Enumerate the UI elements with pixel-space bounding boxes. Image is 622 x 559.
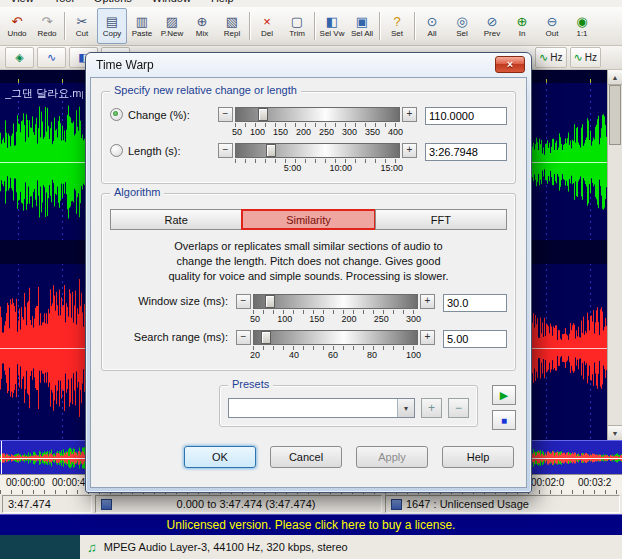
preview-stop-button[interactable]: ■ (492, 410, 516, 430)
license-banner[interactable]: Unlicensed version. Please click here to… (0, 514, 622, 535)
algorithm-tab-fft[interactable]: FFT (375, 209, 507, 230)
scale-tick-label: 150 (309, 314, 324, 325)
toolbar-button-mix[interactable]: ⊕Mix (187, 8, 217, 44)
scale-tick-label: 150 (273, 127, 288, 138)
ok-button[interactable]: OK (184, 446, 256, 468)
search-range-slider-track[interactable] (253, 330, 418, 345)
length-slider-group: − + 5:0010:0015:00 (218, 143, 417, 174)
algorithm-tab-similarity[interactable]: Similarity (241, 209, 375, 230)
scrollbar-thumb[interactable] (609, 85, 621, 145)
length-slider-track[interactable] (235, 143, 400, 158)
toolbar2-button-effects-tool[interactable]: ◈ (5, 47, 34, 68)
search-range-slider-thumb[interactable] (261, 331, 271, 344)
status-position-cell: 3:47.474 (2, 495, 92, 513)
algorithm-tab-rate[interactable]: Rate (110, 209, 242, 230)
length-slider-plus-button[interactable]: + (402, 143, 417, 158)
preset-remove-button[interactable]: − (448, 398, 469, 418)
length-value-input[interactable] (425, 143, 507, 161)
zoom-selection-icon: ◎ (456, 14, 467, 29)
search-range-slider[interactable]: − + (236, 330, 435, 345)
length-slider-thumb[interactable] (266, 144, 276, 157)
search-range-plus-button[interactable]: + (420, 330, 435, 345)
menu-items: ViewToolOptionsWindowHelp (0, 0, 622, 5)
change-radio-option[interactable]: Change (%): (110, 107, 210, 121)
toolbar-button-prev[interactable]: ⊘Prev (477, 8, 507, 44)
toolbar-button-trim[interactable]: ▢Trim (282, 8, 312, 44)
ruler-time-label: 00:00:00 (6, 477, 45, 488)
toolbar-button-1-1[interactable]: ◉1:1 (567, 8, 597, 44)
search-range-minus-button[interactable]: − (236, 330, 251, 345)
change-slider-track[interactable] (235, 107, 400, 122)
license-banner-text[interactable]: Unlicensed version. Please click here to… (167, 518, 456, 532)
apply-button[interactable]: Apply (356, 446, 428, 468)
zoom-1-1-icon: ◉ (576, 14, 587, 29)
toolbar2-button-label: Hz (550, 52, 562, 63)
menu-item-tool[interactable]: Tool (54, 0, 74, 5)
toolbar-button-set[interactable]: ?Set (382, 8, 412, 44)
vertical-scrollbar[interactable]: ▲ ▼ (607, 70, 622, 440)
search-range-row: Search range (ms): − + 20406080100 (110, 330, 507, 361)
scale-tick-label: 40 (289, 350, 299, 361)
cut-icon: ✂ (77, 14, 88, 29)
description-line: Overlaps or replicates small similar sec… (116, 239, 501, 254)
preview-play-button[interactable]: ▶ (492, 385, 516, 405)
search-range-scale: 20406080100 (236, 350, 435, 361)
length-radio[interactable] (110, 144, 123, 157)
window-size-slider-thumb[interactable] (265, 295, 275, 308)
toolbar-button-all[interactable]: ⊙All (417, 8, 447, 44)
menu-item-window[interactable]: Window (152, 0, 191, 5)
window-size-slider[interactable]: − + (236, 294, 435, 309)
zoom-previous-icon: ⊘ (487, 14, 498, 29)
length-slider-minus-button[interactable]: − (218, 143, 233, 158)
change-slider-plus-button[interactable]: + (402, 107, 417, 122)
toolbar-button-repl[interactable]: ▧Repl (217, 8, 247, 44)
search-range-value-input[interactable] (443, 330, 507, 348)
scroll-up-arrow-icon[interactable]: ▲ (608, 70, 622, 85)
toolbar-button-undo[interactable]: ↶Undo (2, 8, 32, 44)
toolbar-button-out[interactable]: ⊖Out (537, 8, 567, 44)
change-radio[interactable] (110, 108, 123, 121)
change-slider-thumb[interactable] (258, 108, 268, 121)
toolbar-button-p-new[interactable]: ▨P.New (157, 8, 187, 44)
toolbar2-button-spectrum-left[interactable]: ∿Hz (535, 47, 566, 68)
window-size-slider-track[interactable] (253, 294, 418, 309)
close-icon[interactable]: × (495, 56, 525, 73)
toolbar-button-label: Copy (103, 29, 122, 38)
menu-item-options[interactable]: Options (94, 0, 132, 5)
cancel-button[interactable]: Cancel (270, 446, 342, 468)
delete-icon: × (263, 14, 271, 29)
toolbar2-button-spectrum-right[interactable]: ∿Hz (570, 47, 601, 68)
toolbar-button-sel-all[interactable]: ▣Sel All (347, 8, 377, 44)
window-size-minus-button[interactable]: − (236, 294, 251, 309)
toolbar-button-copy[interactable]: ▤Copy (97, 8, 127, 44)
change-slider-group: − + 50100150200250300350400 (218, 107, 417, 138)
wave-tool-icon: ∿ (47, 51, 56, 64)
menu-item-view[interactable]: View (10, 0, 34, 5)
toolbar2-button-wave-tool[interactable]: ∿ (37, 47, 66, 68)
toolbar-button-sel[interactable]: ◎Sel (447, 8, 477, 44)
presets-dropdown[interactable]: ▾ (228, 398, 415, 418)
change-slider[interactable]: − + (218, 107, 417, 122)
preset-add-button[interactable]: + (421, 398, 442, 418)
scroll-down-arrow-icon[interactable]: ▼ (608, 425, 622, 440)
window-size-value-input[interactable] (443, 294, 507, 312)
window-size-scale: 50100150200250300 (236, 314, 435, 325)
change-label: Change (%): (128, 109, 190, 121)
length-radio-option[interactable]: Length (s): (110, 143, 210, 157)
dialog-body: Specify new relative change or length Ch… (90, 77, 527, 488)
toolbar-button-label: Sel All (351, 29, 373, 38)
change-slider-minus-button[interactable]: − (218, 107, 233, 122)
toolbar-button-sel-vw[interactable]: ◧Sel Vw (317, 8, 347, 44)
window-size-plus-button[interactable]: + (420, 294, 435, 309)
toolbar-button-cut[interactable]: ✂Cut (67, 8, 97, 44)
help-button[interactable]: Help (442, 446, 514, 468)
toolbar-button-paste[interactable]: ▥Paste (127, 8, 157, 44)
length-slider[interactable]: − + (218, 143, 417, 158)
change-value-input[interactable] (425, 107, 507, 125)
menu-item-help[interactable]: Help (211, 0, 234, 5)
chevron-down-icon[interactable]: ▾ (397, 399, 414, 417)
toolbar-button-in[interactable]: ⊕In (507, 8, 537, 44)
toolbar-button-redo[interactable]: ↷Redo (32, 8, 62, 44)
toolbar-button-del[interactable]: ×Del (252, 8, 282, 44)
scale-tick-label: 20 (250, 350, 260, 361)
